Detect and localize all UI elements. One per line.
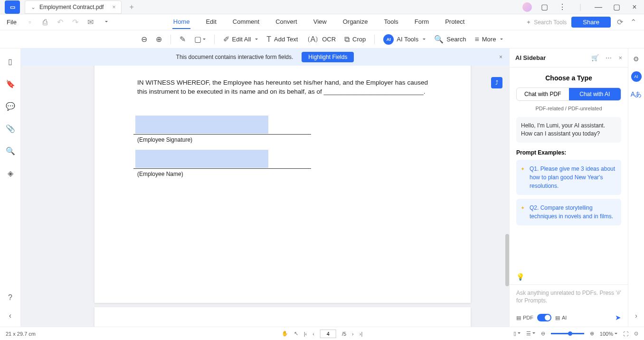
menu-organize[interactable]: Organize <box>342 15 369 29</box>
search-tools[interactable]: ✦ Search Tools <box>526 19 567 26</box>
collapse-icon[interactable]: ⌃ <box>629 18 637 27</box>
bookmarks-icon[interactable]: 🔖 <box>6 79 15 88</box>
tool-bar: ⊖ ⊕ ✎ ▢ ✐ Edit All T Add Text ⟮A⟯ OCR ⧉ … <box>0 30 644 49</box>
menu-edit[interactable]: Edit <box>205 15 217 29</box>
menu-bar: File ▫ ⎙ ↶ ↷ ✉ Home Edit Comment Convert… <box>0 14 644 30</box>
send-icon[interactable]: ➤ <box>615 313 621 322</box>
prompt-example-1[interactable]: Q1. Please give me 3 ideas about how to … <box>516 160 621 195</box>
search-button[interactable]: 🔍 Search <box>434 35 466 44</box>
scrollbar-thumb[interactable] <box>505 234 509 286</box>
collapse-left-icon[interactable]: ‹ <box>9 311 11 320</box>
view-mode-icon[interactable]: ▯ <box>513 330 521 337</box>
ai-tools-button[interactable]: AI AI Tools <box>383 34 426 45</box>
ocr-button[interactable]: ⟮A⟯ OCR <box>306 35 336 44</box>
undo-icon: ↶ <box>55 18 66 27</box>
close-tab-icon[interactable]: × <box>112 4 115 10</box>
text-icon: T <box>266 35 271 44</box>
menu-view[interactable]: View <box>313 15 328 29</box>
share-button[interactable]: Share <box>571 17 611 28</box>
document-tab[interactable]: ⌄ Employment Contract.pdf × <box>25 0 122 14</box>
pdf-ai-toggle[interactable] <box>537 314 551 321</box>
chat-with-pdf-option[interactable]: Chat with PDF <box>517 88 569 100</box>
zoom-out-status-icon[interactable]: ⊖ <box>541 330 545 337</box>
ai-close-icon[interactable]: × <box>618 54 622 61</box>
maximize-button[interactable]: ▢ <box>611 2 622 11</box>
prev-page-icon[interactable]: ‹ <box>313 331 314 337</box>
highlight-fields-button[interactable]: Highlight Fields <box>302 52 354 62</box>
select-tool-icon[interactable]: ↖ <box>294 330 298 337</box>
ai-sidebar: AI Sidebar 🛒 ⋯ × Choose a Type Chat with… <box>509 49 628 327</box>
zoom-level[interactable]: 100% <box>600 331 617 337</box>
new-tab-button[interactable]: + <box>125 3 137 11</box>
settings-icon[interactable]: ⚙ <box>633 55 639 63</box>
ai-icon: AI <box>383 34 394 45</box>
sparkle-icon: ✦ <box>526 19 531 26</box>
menu-home[interactable]: Home <box>172 15 191 29</box>
comment-icon[interactable]: ▢ <box>539 2 550 11</box>
document-canvas[interactable]: This document contains interactive form … <box>21 49 509 327</box>
employee-signature-field[interactable] <box>135 116 268 134</box>
cloud-icon[interactable]: ⟳ <box>616 18 624 27</box>
zoom-in-icon[interactable]: ⊕ <box>156 35 162 44</box>
search-icon: 🔍 <box>434 35 444 44</box>
banner-close-icon[interactable]: × <box>499 54 502 60</box>
prompt-examples-title: Prompt Examples: <box>516 149 621 156</box>
menu-tools[interactable]: Tools <box>383 15 399 29</box>
signature-label: (Employee Signature) <box>137 136 428 143</box>
chat-with-ai-option[interactable]: Chat with AI <box>569 88 621 100</box>
doc-witness-text: IN WITNESS WHEREOF, the Employee has her… <box>137 78 428 97</box>
upload-icon[interactable]: ⤴ <box>491 77 502 88</box>
translate-icon[interactable]: Aあ <box>631 90 642 99</box>
highlighter-icon[interactable]: ✎ <box>180 35 186 44</box>
last-page-icon[interactable]: ›| <box>360 331 363 337</box>
zoom-in-status-icon[interactable]: ⊕ <box>590 330 594 337</box>
expand-right-icon[interactable]: › <box>635 312 637 320</box>
menu-form[interactable]: Form <box>414 15 430 29</box>
thumbnails-icon[interactable]: ▯ <box>8 57 12 66</box>
add-text-button[interactable]: T Add Text <box>266 35 298 44</box>
kebab-icon[interactable]: ⋮ <box>557 2 568 11</box>
menu-comment[interactable]: Comment <box>232 15 260 29</box>
ai-rail-icon[interactable]: AI <box>631 71 642 82</box>
fit-width-icon[interactable]: ⊙ <box>634 330 638 337</box>
dropdown-icon[interactable] <box>100 18 112 27</box>
status-bar: 21 x 29.7 cm ✋ ↖ |‹ ‹ /5 › ›| ▯ ☰ ⊖ ⊕ 10… <box>0 327 644 340</box>
chat-type-toggle: Chat with PDF Chat with AI <box>516 87 621 101</box>
menu-convert[interactable]: Convert <box>275 15 298 29</box>
hand-tool-icon[interactable]: ✋ <box>282 330 288 337</box>
shape-icon[interactable]: ▢ <box>194 35 206 44</box>
help-icon[interactable]: ? <box>8 293 12 302</box>
print-icon[interactable]: ⎙ <box>39 18 51 27</box>
fit-screen-icon[interactable]: ⛶ <box>623 331 628 337</box>
bulb-icon[interactable]: 💡 <box>516 273 621 281</box>
menu-protect[interactable]: Protect <box>444 15 465 29</box>
cart-icon[interactable]: 🛒 <box>591 54 599 61</box>
minimize-button[interactable]: — <box>593 3 604 11</box>
mail-icon[interactable]: ✉ <box>85 18 96 27</box>
name-label: (Employee Name) <box>137 171 428 177</box>
ai-more-icon[interactable]: ⋯ <box>606 54 612 61</box>
read-mode-icon[interactable]: ☰ <box>526 330 535 337</box>
choose-type-title: Choose a Type <box>516 74 621 82</box>
employee-name-field[interactable] <box>135 150 268 168</box>
page-number-input[interactable] <box>320 330 336 338</box>
prompt-example-2[interactable]: Q2. Compare storytelling techniques in n… <box>516 199 621 225</box>
first-page-icon[interactable]: |‹ <box>304 331 307 337</box>
next-page-icon[interactable]: › <box>352 331 354 337</box>
ai-input-area[interactable]: Ask anything unrelated to PDFs. Press '#… <box>510 284 628 327</box>
attachments-icon[interactable]: 📎 <box>6 124 15 133</box>
pdf-chip: ▤ PDF <box>516 315 533 321</box>
left-rail: ▯ 🔖 💬 📎 🔍 ◈ ? ‹ <box>0 49 21 327</box>
edit-all-button[interactable]: ✐ Edit All <box>223 35 258 44</box>
comments-icon[interactable]: 💬 <box>6 102 15 111</box>
crop-button[interactable]: ⧉ Crop <box>344 35 366 44</box>
close-window-button[interactable]: × <box>629 3 640 11</box>
redo-icon: ↷ <box>70 18 81 27</box>
zoom-out-icon[interactable]: ⊖ <box>141 35 147 44</box>
avatar[interactable] <box>522 2 532 12</box>
layers-icon[interactable]: ◈ <box>8 169 13 178</box>
search-panel-icon[interactable]: 🔍 <box>6 146 15 155</box>
file-menu[interactable]: File <box>7 19 17 26</box>
zoom-slider[interactable] <box>551 333 584 334</box>
more-button[interactable]: ≡ More <box>474 35 503 44</box>
